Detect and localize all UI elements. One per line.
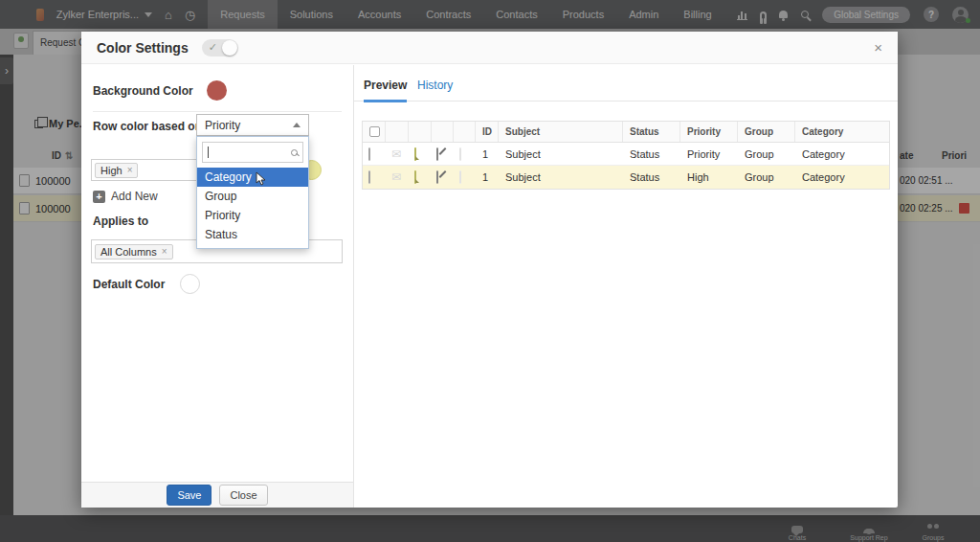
- dropdown-option-status[interactable]: Status: [197, 225, 308, 244]
- cursor-icon: [255, 171, 267, 187]
- dropdown-option-group[interactable]: Group: [197, 187, 308, 206]
- select-all-checkbox[interactable]: [369, 126, 380, 137]
- settings-panel: Background Color Row color based on Prio…: [81, 65, 354, 508]
- close-button[interactable]: Close: [219, 485, 267, 506]
- modal-title: Color Settings: [97, 40, 189, 56]
- dropdown-option-category[interactable]: Category: [197, 168, 308, 187]
- cell-status: Status: [623, 171, 680, 183]
- tab-history[interactable]: History: [417, 79, 453, 92]
- divider: [93, 111, 342, 112]
- modal-header: Color Settings ✓ ×: [81, 32, 898, 64]
- search-icon: [291, 149, 298, 156]
- chip-remove-icon[interactable]: ×: [127, 165, 133, 175]
- modal-footer: Save Close: [81, 482, 353, 508]
- preview-table: ID Subject Status Priority Group Categor…: [362, 121, 890, 190]
- icon-column-header: [454, 122, 476, 142]
- cell-subject[interactable]: Subject: [499, 171, 623, 183]
- check-icon: ✓: [209, 41, 217, 54]
- table-row[interactable]: ✉ 1 Subject Status Priority Group Catego…: [363, 143, 889, 166]
- header-priority[interactable]: Priority: [680, 122, 738, 142]
- chip-remove-icon[interactable]: ×: [162, 246, 167, 257]
- cell-group: Group: [738, 171, 795, 183]
- header-id[interactable]: ID: [476, 122, 499, 142]
- preview-tabs: Preview History: [354, 65, 898, 102]
- save-button[interactable]: Save: [167, 485, 212, 506]
- header-category[interactable]: Category: [795, 122, 891, 142]
- text-caret: [208, 147, 209, 158]
- table-row-highlighted[interactable]: ✉ 1 Subject Status High Group Category: [363, 166, 889, 189]
- toggle-knob: [222, 40, 237, 56]
- cell-id: 1: [476, 171, 499, 183]
- cell-subject[interactable]: Subject: [499, 148, 623, 160]
- row-color-label: Row color based on: [93, 120, 202, 133]
- default-color-label: Default Color: [93, 278, 165, 291]
- edit-icon[interactable]: [436, 147, 438, 161]
- dropdown-search-input[interactable]: [202, 142, 303, 163]
- rule-chip-high[interactable]: High ×: [95, 163, 138, 178]
- cell-category: Category: [795, 148, 891, 160]
- document-icon: [459, 147, 461, 161]
- header-subject[interactable]: Subject: [499, 122, 623, 142]
- cell-group: Group: [738, 148, 795, 160]
- screen: Zylker Enterpris... ⌂ ◷ Requests Solutio…: [0, 0, 980, 542]
- icon-column-header: [386, 122, 409, 142]
- header-group[interactable]: Group: [738, 122, 795, 142]
- tab-preview[interactable]: Preview: [364, 79, 407, 102]
- applies-chip-all-columns[interactable]: All Columns ×: [95, 244, 173, 260]
- preview-panel: Preview History ID Subject Status Priori…: [354, 65, 898, 508]
- icon-column-header: [432, 122, 454, 142]
- cell-priority: Priority: [680, 148, 738, 160]
- note-icon[interactable]: [414, 147, 416, 161]
- mail-icon: ✉: [391, 147, 401, 161]
- mail-icon: ✉: [391, 170, 401, 184]
- row-color-dropdown: Category Group Priority Status: [196, 136, 309, 249]
- header-status[interactable]: Status: [623, 122, 680, 142]
- dropdown-option-priority[interactable]: Priority: [197, 206, 308, 225]
- color-settings-modal: Color Settings ✓ × Background Color Row …: [81, 32, 898, 508]
- plus-icon: +: [93, 191, 105, 203]
- row-color-select[interactable]: Priority: [196, 114, 309, 136]
- row-checkbox[interactable]: [368, 170, 370, 184]
- default-color-swatch[interactable]: [180, 274, 200, 294]
- cell-priority: High: [680, 171, 738, 183]
- preview-table-header: ID Subject Status Priority Group Categor…: [363, 122, 889, 143]
- cell-category: Category: [795, 171, 891, 183]
- note-icon[interactable]: [414, 170, 416, 184]
- applies-to-label: Applies to: [93, 215, 148, 228]
- add-new-link[interactable]: + Add New: [93, 190, 158, 203]
- edit-icon[interactable]: [436, 170, 438, 184]
- background-color-swatch[interactable]: [207, 80, 227, 101]
- row-checkbox[interactable]: [368, 147, 370, 161]
- close-icon[interactable]: ×: [874, 40, 882, 55]
- document-icon: [459, 170, 461, 184]
- background-color-label: Background Color: [93, 84, 193, 98]
- caret-up-icon: [293, 123, 301, 127]
- cell-status: Status: [623, 148, 680, 160]
- icon-column-header: [409, 122, 432, 142]
- color-settings-toggle[interactable]: ✓: [202, 39, 238, 56]
- cell-id: 1: [476, 148, 499, 160]
